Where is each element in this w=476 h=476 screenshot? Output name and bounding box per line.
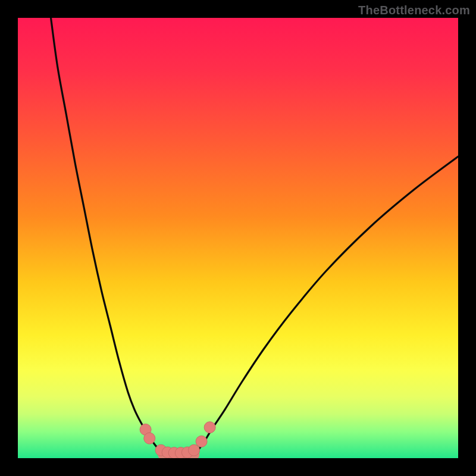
- outer-frame: TheBottleneck.com: [0, 0, 476, 476]
- chart-svg: [18, 18, 458, 458]
- marker-dot: [144, 433, 155, 444]
- marker-dot: [196, 436, 207, 447]
- marker-dot: [189, 444, 200, 456]
- watermark-label: TheBottleneck.com: [358, 4, 470, 17]
- marker-dot: [204, 422, 215, 433]
- plot-area: [18, 18, 458, 458]
- gradient-background: [18, 18, 458, 458]
